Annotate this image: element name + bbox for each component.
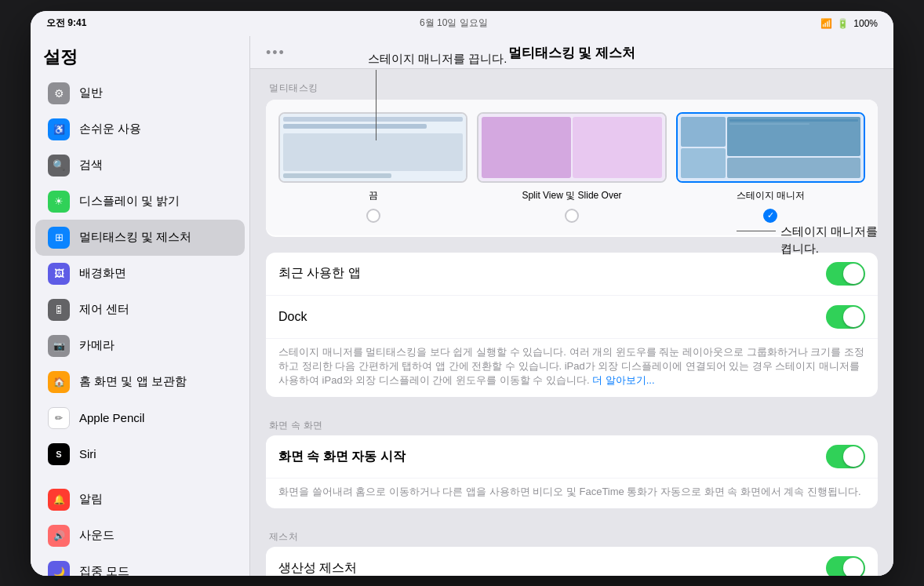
screen-in-screen-desc: 화면을 쓸어내려 홈으로 이동하거나 다른 앱을 사용하면 비디오 및 Face… bbox=[266, 479, 878, 508]
card-off-label: 끔 bbox=[369, 189, 378, 202]
screen-in-screen-toggle[interactable] bbox=[826, 445, 865, 468]
card-splitview-label: Split View 및 Slide Over bbox=[522, 189, 621, 202]
sidebar-label-display: 디스플레이 및 밝기 bbox=[79, 194, 180, 209]
card-stage[interactable]: 스테이지 매니저 bbox=[676, 112, 865, 223]
sidebar-item-accessibility[interactable]: ♿ 손쉬운 사용 bbox=[35, 111, 245, 147]
accessibility-icon: ♿ bbox=[48, 118, 70, 140]
dock-label: Dock bbox=[278, 310, 817, 324]
sidebar-item-general[interactable]: ⚙ 일반 bbox=[35, 75, 245, 111]
recent-apps-toggle[interactable] bbox=[826, 262, 865, 286]
battery-icon: 🔋 bbox=[837, 18, 849, 29]
battery-level: 100% bbox=[853, 18, 878, 29]
sidebar-item-camera[interactable]: 📷 카메라 bbox=[35, 328, 245, 364]
card-splitview-radio[interactable] bbox=[565, 209, 579, 223]
multitask-cards-group: 끔 Split View 및 Slide Over bbox=[266, 100, 878, 237]
camera-icon: 📷 bbox=[48, 335, 70, 357]
card-stage-label: 스테이지 매니저 bbox=[737, 189, 805, 202]
sidebar-item-siri[interactable]: S Siri bbox=[35, 436, 245, 472]
main-content: 설정 ⚙ 일반 ♿ 손쉬운 사용 🔍 검색 ☀ 디스플레이 및 밝기 bbox=[31, 36, 893, 576]
sidebar-label-control: 제어 센터 bbox=[79, 302, 129, 317]
sidebar-item-display[interactable]: ☀ 디스플레이 및 밝기 bbox=[35, 184, 245, 220]
sidebar-title: 설정 bbox=[31, 36, 249, 75]
alarm-icon: 🔔 bbox=[48, 489, 70, 511]
dock-row: Dock bbox=[266, 296, 878, 339]
sidebar-label-alarm: 알림 bbox=[79, 492, 103, 507]
sidebar-label-accessibility: 손쉬운 사용 bbox=[79, 122, 141, 136]
wallpaper-icon: 🖼 bbox=[48, 263, 70, 285]
productivity-row: 생산성 제스처 bbox=[266, 547, 878, 575]
panel-body: 멀티태스킹 bbox=[250, 69, 893, 576]
card-off[interactable]: 끔 bbox=[278, 112, 467, 223]
panel-header: ••• 멀티태스킹 및 제스처 bbox=[250, 36, 893, 69]
sidebar-label-multitask: 멀티태스킹 및 제스처 bbox=[79, 230, 191, 245]
productivity-toggle[interactable] bbox=[826, 556, 865, 575]
multitask-cards: 끔 Split View 및 Slide Over bbox=[266, 100, 878, 235]
sidebar-label-focus: 집중 모드 bbox=[79, 564, 129, 576]
status-right: 📶 🔋 100% bbox=[820, 18, 878, 29]
sidebar-label-camera: 카메라 bbox=[79, 338, 115, 353]
more-link[interactable]: 더 알아보기... bbox=[592, 374, 654, 386]
screen-in-screen-section-label: 화면 속 화면 bbox=[266, 413, 878, 435]
sound-icon: 🔊 bbox=[48, 525, 70, 547]
sidebar-item-pencil[interactable]: ✏ Apple Pencil bbox=[35, 400, 245, 436]
screen-in-screen-label: 화면 속 화면 자동 시작 bbox=[278, 449, 817, 465]
panel-title: 멀티태스킹 및 제스처 bbox=[508, 44, 635, 62]
general-icon: ⚙ bbox=[48, 82, 70, 104]
more-dots[interactable]: ••• bbox=[266, 45, 286, 61]
recent-dock-group: 최근 사용한 앱 Dock 스테이지 매니저를 멀티태스킹을 보다 쉽게 실행할… bbox=[266, 253, 878, 398]
sidebar-item-control[interactable]: 🎛 제어 센터 bbox=[35, 292, 245, 328]
display-icon: ☀ bbox=[48, 191, 70, 213]
status-date: 6월 10일 일요일 bbox=[420, 16, 488, 30]
productivity-label: 생산성 제스처 bbox=[278, 560, 817, 576]
screen-in-screen-row: 화면 속 화면 자동 시작 bbox=[266, 435, 878, 479]
screen-in-screen-group: 화면 속 화면 자동 시작 화면을 쓸어내려 홈으로 이동하거나 다른 앱을 사… bbox=[266, 435, 878, 508]
sidebar-item-homeapp[interactable]: 🏠 홈 화면 및 앱 보관함 bbox=[35, 364, 245, 400]
card-stage-radio[interactable] bbox=[763, 209, 777, 223]
card-stage-preview bbox=[676, 112, 865, 183]
multitask-section-label: 멀티태스킹 bbox=[269, 82, 878, 95]
sidebar-group-1: ⚙ 일반 ♿ 손쉬운 사용 🔍 검색 ☀ 디스플레이 및 밝기 ⊞ 멀티태 bbox=[31, 75, 249, 472]
sidebar-label-wallpaper: 배경화면 bbox=[79, 266, 126, 281]
sidebar-group-2: 🔔 알림 🔊 사운드 🌙 집중 모드 📊 스크린 타임 bbox=[31, 482, 249, 576]
card-off-preview bbox=[278, 112, 467, 183]
sidebar-label-siri: Siri bbox=[79, 447, 96, 460]
card-splitview[interactable]: Split View 및 Slide Over bbox=[477, 112, 666, 223]
search-icon: 🔍 bbox=[48, 155, 70, 177]
productivity-group: 생산성 제스처 - 실행 취소는 세 손가락으로 두 번 탭합니다. - 복사 … bbox=[266, 547, 878, 575]
recent-apps-row: 최근 사용한 앱 bbox=[266, 253, 878, 296]
card-splitview-preview bbox=[477, 112, 666, 183]
sidebar-label-pencil: Apple Pencil bbox=[79, 411, 144, 424]
focus-icon: 🌙 bbox=[48, 561, 70, 576]
sidebar-item-multitask[interactable]: ⊞ 멀티태스킹 및 제스처 bbox=[35, 220, 245, 256]
sidebar-item-alarm[interactable]: 🔔 알림 bbox=[35, 482, 245, 518]
siri-icon: S bbox=[48, 443, 70, 465]
status-bar: 오전 9:41 6월 10일 일요일 📶 🔋 100% bbox=[31, 11, 893, 36]
sidebar-label-general: 일반 bbox=[79, 86, 103, 100]
sidebar-item-search[interactable]: 🔍 검색 bbox=[35, 147, 245, 184]
status-time: 오전 9:41 bbox=[46, 16, 86, 30]
homeapp-icon: 🏠 bbox=[48, 371, 70, 393]
sidebar-item-wallpaper[interactable]: 🖼 배경화면 bbox=[35, 256, 245, 292]
control-icon: 🎛 bbox=[48, 299, 70, 321]
multitask-icon: ⊞ bbox=[48, 227, 70, 249]
ipad-frame: 오전 9:41 6월 10일 일요일 📶 🔋 100% 설정 ⚙ 일반 ♿ 손쉬… bbox=[31, 11, 893, 576]
sidebar-item-sound[interactable]: 🔊 사운드 bbox=[35, 518, 245, 554]
card-off-radio[interactable] bbox=[366, 209, 380, 223]
main-panel: ••• 멀티태스킹 및 제스처 멀티태스킹 bbox=[250, 36, 893, 576]
gesture-section-label: 제스처 bbox=[266, 524, 878, 547]
sidebar-item-focus[interactable]: 🌙 집중 모드 bbox=[35, 554, 245, 576]
sidebar: 설정 ⚙ 일반 ♿ 손쉬운 사용 🔍 검색 ☀ 디스플레이 및 밝기 bbox=[31, 36, 250, 576]
wifi-icon: 📶 bbox=[820, 18, 832, 29]
stage-description: 스테이지 매니저를 멀티태스킹을 보다 쉽게 실행할 수 있습니다. 여러 개의… bbox=[266, 339, 878, 398]
sidebar-label-search: 검색 bbox=[79, 158, 103, 173]
dock-toggle[interactable] bbox=[826, 305, 865, 329]
pencil-icon: ✏ bbox=[48, 407, 70, 429]
sidebar-label-homeapp: 홈 화면 및 앱 보관함 bbox=[79, 374, 187, 389]
sidebar-label-sound: 사운드 bbox=[79, 528, 115, 543]
recent-apps-label: 최근 사용한 앱 bbox=[278, 265, 817, 282]
